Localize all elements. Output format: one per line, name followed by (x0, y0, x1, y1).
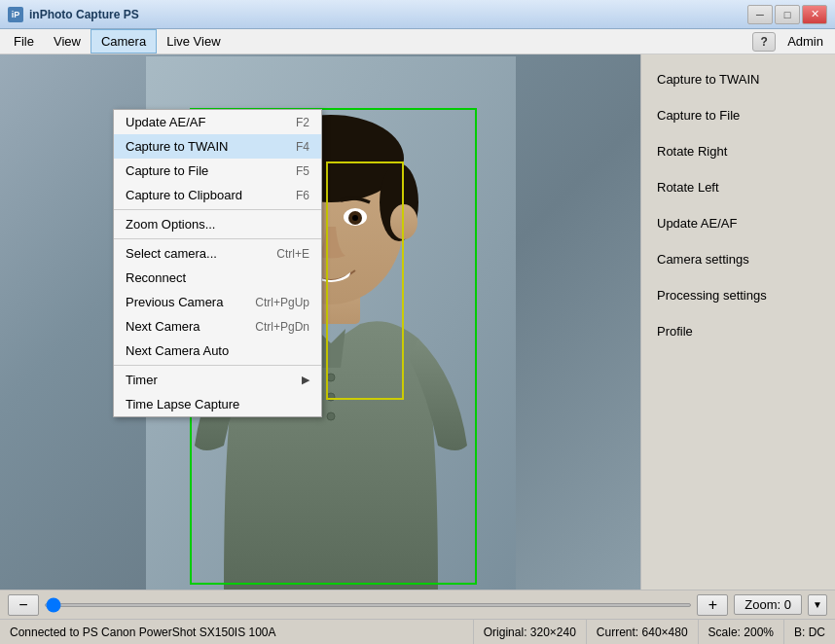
status-bar: Connected to PS Canon PowerShot SX150IS … (0, 619, 835, 644)
btn-camera-settings[interactable]: Camera settings (641, 242, 835, 276)
svg-point-11 (352, 215, 358, 221)
camera-area: Update AE/AF F2 Capture to TWAIN F4 Capt… (0, 54, 640, 590)
zoom-bar: − + Zoom: 0 ▼ (0, 590, 835, 619)
menu-zoom-options[interactable]: Zoom Options... (114, 212, 321, 236)
main-area: Update AE/AF F2 Capture to TWAIN F4 Capt… (0, 54, 835, 590)
separator-2 (114, 238, 321, 239)
admin-button[interactable]: Admin (780, 32, 831, 51)
restore-button[interactable]: □ (775, 5, 800, 24)
btn-profile[interactable]: Profile (641, 314, 835, 348)
menu-capture-twain[interactable]: Capture to TWAIN F4 (114, 134, 321, 159)
status-current: Current: 640×480 (587, 620, 699, 644)
zoom-slider[interactable] (45, 603, 691, 607)
menu-prev-camera[interactable]: Previous Camera Ctrl+PgUp (114, 290, 321, 314)
separator-3 (114, 365, 321, 366)
title-bar: iP inPhoto Capture PS ─ □ ✕ (0, 0, 835, 29)
right-panel: Capture to TWAIN Capture to File Rotate … (640, 54, 835, 590)
menu-update-aeaf[interactable]: Update AE/AF F2 (114, 110, 321, 134)
app-icon: iP (8, 7, 23, 22)
menu-select-camera[interactable]: Select camera... Ctrl+E (114, 241, 321, 266)
title-controls: ─ □ ✕ (747, 5, 827, 24)
menu-bar: File View Camera Live View ? Admin (0, 29, 835, 54)
status-scale: Scale: 200% (699, 620, 784, 644)
help-button[interactable]: ? (752, 32, 776, 52)
btn-rotate-right[interactable]: Rotate Right (641, 134, 835, 168)
menu-liveview[interactable]: Live View (157, 29, 230, 54)
menu-timer[interactable]: Timer ▶ (114, 368, 321, 392)
menu-file[interactable]: File (4, 29, 44, 54)
menu-capture-file[interactable]: Capture to File F5 (114, 159, 321, 183)
btn-capture-file[interactable]: Capture to File (641, 98, 835, 132)
zoom-plus-button[interactable]: + (697, 594, 728, 616)
menu-camera[interactable]: Camera (91, 29, 157, 54)
btn-rotate-left[interactable]: Rotate Left (641, 170, 835, 204)
title-left: iP inPhoto Capture PS (8, 7, 139, 22)
btn-capture-twain[interactable]: Capture to TWAIN (641, 62, 835, 96)
svg-point-14 (327, 374, 335, 381)
app-title: inPhoto Capture PS (29, 8, 139, 21)
separator-1 (114, 209, 321, 210)
menu-next-camera[interactable]: Next Camera Ctrl+PgDn (114, 314, 321, 339)
menu-capture-clipboard[interactable]: Capture to Clipboard F6 (114, 183, 321, 207)
zoom-display: Zoom: 0 (734, 594, 802, 615)
btn-update-aeaf[interactable]: Update AE/AF (641, 206, 835, 240)
zoom-dropdown-arrow[interactable]: ▼ (808, 594, 827, 616)
camera-dropdown-menu: Update AE/AF F2 Capture to TWAIN F4 Capt… (113, 109, 322, 417)
svg-point-16 (327, 412, 335, 420)
status-original: Original: 320×240 (474, 620, 587, 644)
svg-point-15 (327, 393, 335, 401)
menu-time-lapse[interactable]: Time Lapse Capture (114, 392, 321, 416)
close-button[interactable]: ✕ (802, 5, 827, 24)
btn-processing-settings[interactable]: Processing settings (641, 278, 835, 312)
menu-next-camera-auto[interactable]: Next Camera Auto (114, 339, 321, 363)
minimize-button[interactable]: ─ (747, 5, 773, 24)
svg-point-13 (390, 204, 418, 239)
menu-view[interactable]: View (44, 29, 91, 54)
zoom-minus-button[interactable]: − (8, 594, 39, 616)
status-connection: Connected to PS Canon PowerShot SX150IS … (0, 620, 474, 644)
menu-reconnect[interactable]: Reconnect (114, 266, 321, 290)
status-mode: B: DC (784, 620, 835, 644)
